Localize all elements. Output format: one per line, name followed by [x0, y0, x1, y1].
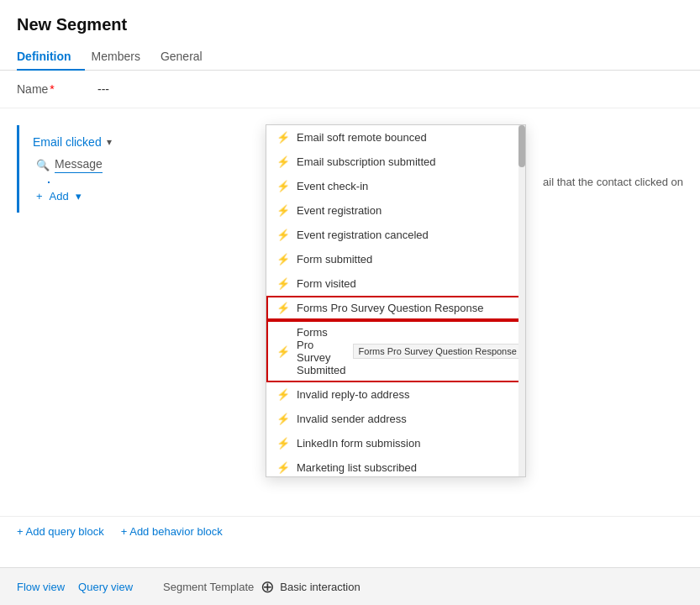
footer-bar: Flow view Query view Segment Template ⊕ … [0, 567, 700, 605]
add-plus-icon: + [36, 190, 43, 203]
page-container: New Segment Definition Members General N… [0, 0, 700, 605]
dropdown-item-event-checkin[interactable]: ⚡ Event check-in [266, 174, 525, 198]
add-behavior-block-label: + Add behavior block [121, 525, 223, 538]
inline-tooltip: Forms Pro Survey Question Response [353, 344, 523, 359]
dropdown-item-label: Email subscription submitted [297, 155, 435, 168]
scrollbar-thumb[interactable] [518, 125, 525, 167]
dropdown-item-event-registration-canceled[interactable]: ⚡ Event registration canceled [266, 223, 525, 247]
dropdown-item-linkedin-form[interactable]: ⚡ LinkedIn form submission [266, 431, 525, 455]
bolt-icon: ⚡ [276, 131, 290, 144]
name-value[interactable]: --- [97, 82, 109, 96]
bolt-icon: ⚡ [276, 204, 290, 217]
dropdown-item-label: Event check-in [297, 180, 368, 192]
add-query-block-button[interactable]: + Add query block [17, 525, 104, 538]
dropdown-item-invalid-reply[interactable]: ⚡ Invalid reply-to address [266, 382, 525, 407]
cursor-indicator [48, 182, 50, 183]
dropdown-item-label: Invalid reply-to address [297, 388, 409, 401]
email-clicked-dropdown-arrow[interactable]: ▾ [107, 136, 112, 148]
dropdown-item-label: Invalid sender address [297, 413, 407, 425]
bolt-icon: ⚡ [276, 413, 290, 425]
template-icon: ⊕ [261, 576, 275, 597]
required-indicator: * [50, 82, 54, 96]
dropdown-item-marketing-list-subscribed[interactable]: ⚡ Marketing list subscribed [266, 455, 525, 477]
message-label: Message [55, 157, 103, 173]
bolt-icon: ⚡ [276, 388, 290, 401]
dropdown-item-label: Marketing list subscribed [297, 461, 417, 474]
add-query-block-label: + Add query block [17, 525, 104, 538]
dropdown-item-label: Email soft remote bounced [297, 131, 427, 144]
dropdown-item-label: Forms Pro Survey Submitted [297, 326, 346, 376]
dropdown-item-form-visited[interactable]: ⚡ Form visited [266, 271, 525, 296]
page-title: New Segment [0, 0, 700, 43]
bolt-icon: ⚡ [276, 180, 290, 192]
template-name: Basic interaction [280, 581, 360, 593]
tab-definition[interactable]: Definition [17, 43, 85, 70]
bolt-icon: ⚡ [276, 277, 290, 290]
entity-dropdown: ⚡ Email soft remote bounced ⚡ Email subs… [266, 124, 526, 477]
dropdown-item-label: Event registration [297, 204, 382, 217]
name-row: Name* --- [0, 71, 700, 108]
bolt-icon: ⚡ [276, 302, 290, 314]
bolt-icon: ⚡ [276, 345, 290, 358]
bolt-icon: ⚡ [276, 437, 290, 450]
dropdown-item-invalid-sender[interactable]: ⚡ Invalid sender address [266, 407, 525, 431]
tabs-bar: Definition Members General [0, 43, 700, 71]
dropdown-item-event-registration[interactable]: ⚡ Event registration [266, 198, 525, 223]
search-icon: 🔍 [36, 159, 50, 171]
dropdown-item-forms-pro-survey-question[interactable]: ⚡ Forms Pro Survey Question Response [266, 296, 525, 320]
bolt-icon: ⚡ [276, 253, 290, 266]
add-behavior-block-button[interactable]: + Add behavior block [121, 525, 223, 538]
right-panel-text: ail that the contact clicked on [543, 176, 683, 188]
dropdown-item-email-soft-bounced[interactable]: ⚡ Email soft remote bounced [266, 125, 525, 150]
dropdown-item-label: LinkedIn form submission [297, 437, 420, 450]
dropdown-item-form-submitted[interactable]: ⚡ Form submitted [266, 247, 525, 271]
dropdown-item-label: Forms Pro Survey Question Response [297, 302, 484, 314]
dropdown-item-label: Form submitted [297, 253, 372, 266]
dropdown-item-label: Event registration canceled [297, 229, 429, 241]
email-clicked-label[interactable]: Email clicked [33, 135, 102, 149]
bottom-actions-bar: + Add query block + Add behavior block [0, 516, 700, 546]
bolt-icon: ⚡ [276, 461, 290, 474]
dropdown-item-label: Form visited [297, 277, 356, 290]
dropdown-item-email-subscription[interactable]: ⚡ Email subscription submitted [266, 150, 525, 174]
tab-members[interactable]: Members [92, 43, 154, 70]
segment-template: Segment Template ⊕ Basic interaction [163, 576, 361, 597]
tab-general[interactable]: General [161, 43, 216, 70]
name-label-text: Name [17, 82, 48, 96]
template-label: Segment Template [163, 581, 254, 593]
bolt-icon: ⚡ [276, 229, 290, 241]
dropdown-item-forms-pro-survey-submitted[interactable]: ⚡ Forms Pro Survey Submitted Forms Pro S… [266, 320, 525, 382]
scrollbar-track[interactable] [518, 125, 525, 476]
dropdown-list: ⚡ Email soft remote bounced ⚡ Email subs… [266, 125, 525, 477]
flow-view-link[interactable]: Flow view [17, 581, 65, 593]
bolt-icon: ⚡ [276, 155, 290, 168]
add-chevron-icon: ▾ [76, 190, 82, 203]
query-view-link[interactable]: Query view [78, 581, 133, 593]
